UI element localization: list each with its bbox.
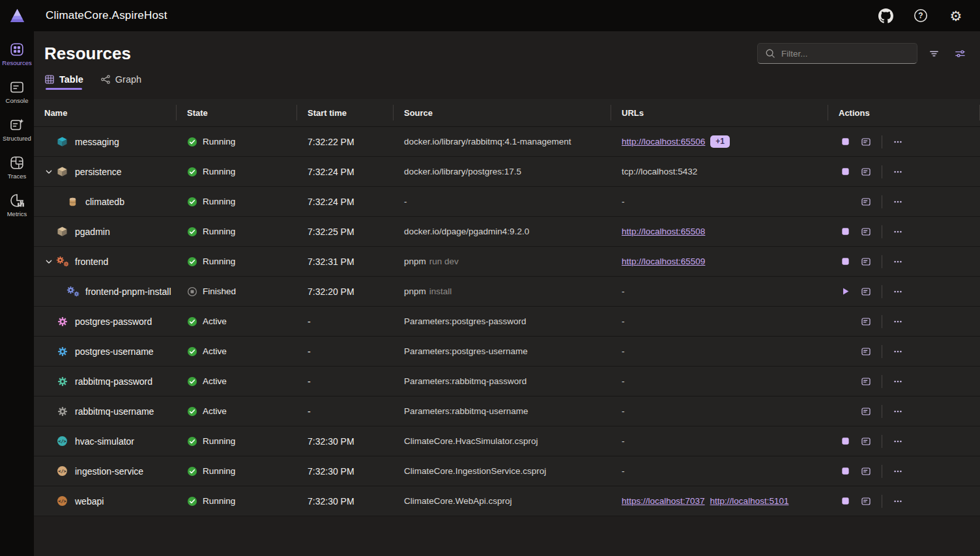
more-actions-button[interactable] — [889, 342, 907, 361]
endpoint-link[interactable]: http://localhost:65506 — [622, 137, 705, 146]
console-logs-button[interactable] — [857, 492, 875, 510]
resource-row-postgres-password[interactable]: postgres-password Active - Parameters:po… — [34, 307, 980, 337]
resource-name-cell[interactable]: </> ingestion-service — [34, 466, 177, 477]
stop-resource-button[interactable] — [836, 163, 854, 181]
sidebar-item-structured[interactable]: Structured — [0, 115, 34, 145]
more-urls-badge[interactable]: +1 — [710, 135, 730, 148]
state-running-icon — [187, 496, 197, 507]
resource-row-pgadmin[interactable]: pgadmin Running 7:32:25 PM docker.io/dpa… — [34, 217, 980, 247]
more-actions-button[interactable] — [889, 372, 907, 391]
start-resource-button[interactable] — [836, 283, 854, 301]
column-options-icon[interactable] — [950, 44, 970, 63]
stop-resource-button[interactable] — [836, 253, 854, 271]
console-logs-button[interactable] — [857, 223, 875, 241]
more-actions-button[interactable] — [889, 133, 907, 151]
more-actions-button[interactable] — [889, 193, 907, 211]
start-time: 7:32:24 PM — [308, 167, 354, 177]
stop-resource-button[interactable] — [836, 133, 854, 151]
stop-resource-button[interactable] — [836, 223, 854, 241]
resource-name-cell[interactable]: persistence — [34, 166, 177, 178]
resource-row-webapi[interactable]: </> webapi Running 7:32:30 PM ClimateCor… — [34, 486, 980, 516]
console-logs-button[interactable] — [857, 342, 875, 361]
start-time-cell: 7:32:30 PM — [297, 436, 394, 447]
resource-name-cell[interactable]: messaging — [34, 136, 177, 148]
resource-row-persistence[interactable]: persistence Running 7:32:24 PM docker.io… — [34, 157, 980, 187]
app-title: ClimateCore.AspireHost — [46, 9, 167, 22]
resource-filter[interactable] — [757, 43, 917, 64]
tab-label: Table — [59, 74, 83, 85]
console-logs-button[interactable] — [857, 283, 875, 301]
source-value: Parameters:postgres-username — [404, 346, 528, 356]
github-icon[interactable] — [877, 7, 894, 24]
more-actions-button[interactable] — [889, 462, 907, 480]
resource-name-cell[interactable]: postgres-password — [34, 316, 177, 327]
actions-divider — [882, 225, 882, 238]
resource-name-cell[interactable]: frontend-pnpm-install — [34, 286, 177, 298]
console-logs-button[interactable] — [857, 402, 875, 421]
sidebar-item-metrics[interactable]: Metrics — [0, 190, 34, 220]
more-actions-button[interactable] — [889, 402, 907, 421]
resource-row-rabbitmq-username[interactable]: rabbitmq-username Active - Parameters:ra… — [34, 396, 980, 426]
console-logs-button[interactable] — [857, 193, 875, 211]
console-logs-button[interactable] — [857, 163, 875, 181]
settings-icon[interactable]: ⚙ — [947, 7, 964, 24]
resource-name-cell[interactable]: postgres-username — [34, 346, 177, 357]
resource-name-cell[interactable]: </> webapi — [34, 495, 177, 507]
resource-name-cell[interactable]: </> hvac-simulator — [34, 436, 177, 447]
stop-resource-button[interactable] — [836, 432, 854, 451]
sidebar-item-label: Metrics — [7, 210, 27, 217]
stop-resource-button[interactable] — [836, 492, 854, 510]
chevron-down-icon[interactable] — [44, 257, 56, 266]
more-actions-button[interactable] — [889, 223, 907, 241]
endpoint-link[interactable]: https://localhost:7037 — [622, 496, 705, 506]
state-label: Running — [203, 466, 235, 476]
endpoint-link[interactable]: http://localhost:65508 — [622, 227, 705, 236]
source-cell: Parameters:postgres-password — [394, 316, 611, 326]
chevron-down-icon[interactable] — [44, 167, 56, 176]
resource-row-frontend[interactable]: frontend Running 7:32:31 PM pnpmrun devh… — [34, 247, 980, 277]
resource-row-climatedb[interactable]: climatedb Running 7:32:24 PM -- — [34, 187, 980, 217]
resource-row-messaging[interactable]: messaging Running 7:32:22 PM docker.io/l… — [34, 127, 980, 157]
state-running-icon — [187, 376, 197, 387]
console-logs-button[interactable] — [857, 313, 875, 331]
sidebar-item-resources[interactable]: Resources — [0, 39, 34, 69]
console-logs-button[interactable] — [857, 253, 875, 271]
sidebar-item-traces[interactable]: Traces — [0, 152, 34, 182]
help-icon[interactable]: ? — [912, 7, 929, 24]
resource-name-cell[interactable]: pgadmin — [34, 226, 177, 238]
resource-row-postgres-username[interactable]: postgres-username Active - Parameters:po… — [34, 337, 980, 367]
more-actions-button[interactable] — [889, 492, 907, 510]
resource-row-frontend-pnpm-install[interactable]: frontend-pnpm-install Finished 7:32:20 P… — [34, 277, 980, 307]
stop-resource-button[interactable] — [836, 462, 854, 480]
resource-name-cell[interactable]: frontend — [34, 256, 177, 268]
more-actions-button[interactable] — [889, 283, 907, 301]
console-logs-button[interactable] — [857, 432, 875, 451]
endpoint-link[interactable]: http://localhost:5101 — [710, 496, 789, 506]
state-label: Running — [203, 496, 235, 506]
sidebar-item-console[interactable]: Console — [0, 77, 34, 107]
tab-graph[interactable]: Graph — [100, 74, 141, 90]
state-label: Running — [203, 197, 235, 206]
filter-input[interactable] — [781, 49, 910, 59]
state-running-icon — [187, 316, 197, 327]
state-label: Active — [203, 316, 227, 326]
console-logs-button[interactable] — [857, 462, 875, 480]
endpoint-link[interactable]: http://localhost:65509 — [622, 257, 705, 266]
resource-row-rabbitmq-password[interactable]: rabbitmq-password Active - Parameters:ra… — [34, 367, 980, 396]
more-actions-button[interactable] — [889, 313, 907, 331]
filter-types-icon[interactable] — [924, 44, 944, 63]
tab-table[interactable]: Table — [44, 74, 83, 90]
resource-row-hvac-simulator[interactable]: </> hvac-simulator Running 7:32:30 PM Cl… — [34, 426, 980, 456]
console-logs-button[interactable] — [857, 372, 875, 391]
start-time: 7:32:20 PM — [308, 286, 354, 297]
console-logs-button[interactable] — [857, 133, 875, 151]
source-value: docker.io/library/postgres:17.5 — [404, 167, 521, 176]
column-header-name: Name — [34, 99, 177, 126]
more-actions-button[interactable] — [889, 432, 907, 451]
resource-row-ingestion-service[interactable]: </> ingestion-service Running 7:32:30 PM… — [34, 456, 980, 486]
resource-name-cell[interactable]: rabbitmq-password — [34, 376, 177, 387]
resource-name-cell[interactable]: rabbitmq-username — [34, 406, 177, 417]
more-actions-button[interactable] — [889, 253, 907, 271]
more-actions-button[interactable] — [889, 163, 907, 181]
resource-name-cell[interactable]: climatedb — [34, 196, 177, 208]
